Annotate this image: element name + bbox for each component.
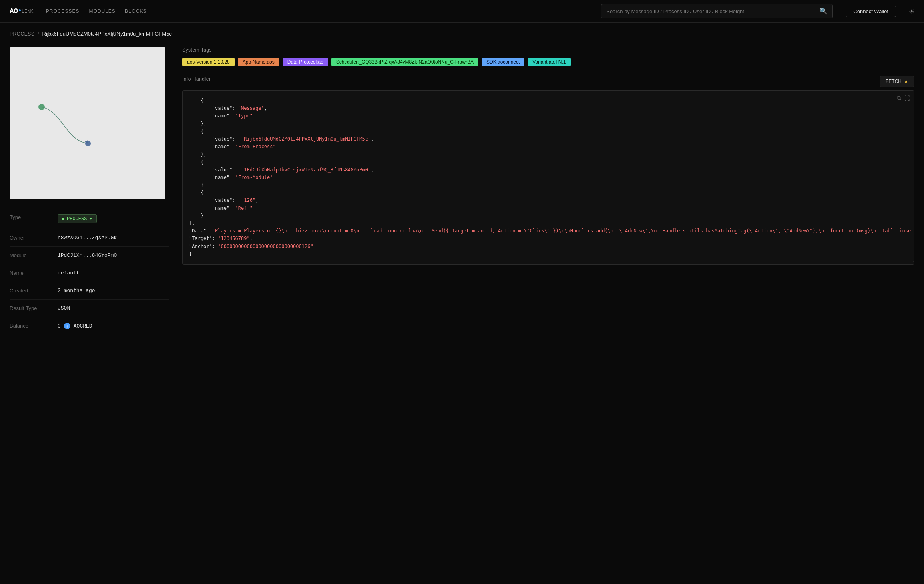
meta-label-module: Module bbox=[10, 252, 58, 258]
logo-dot bbox=[19, 9, 21, 11]
logo-ao-text: AO bbox=[10, 7, 18, 15]
logo-link-text: LINK bbox=[22, 8, 33, 14]
meta-value-owner: h8WzXOG1...ZgXzPDGk bbox=[58, 235, 117, 241]
balance-row: 0 ◎ AOCRED bbox=[58, 323, 92, 329]
info-handler-section: Info Handler FETCH ★ ⧉ ⛶ { "value": "Mes… bbox=[182, 76, 914, 265]
meta-row-module: Module 1PdCJiXh...84GYoPm0 bbox=[10, 247, 169, 264]
meta-row-name: Name default bbox=[10, 264, 169, 282]
process-type-badge[interactable]: PROCESS ▾ bbox=[58, 214, 97, 223]
meta-value-balance: 0 ◎ AOCRED bbox=[58, 323, 92, 329]
nav-item-modules[interactable]: MODULES bbox=[89, 8, 116, 14]
balance-currency: AOCRED bbox=[74, 323, 92, 329]
right-panel: System Tags aos-Version:1.10.28 App-Name… bbox=[182, 47, 914, 335]
system-tags-title: System Tags bbox=[182, 47, 914, 53]
meta-value-result-type: JSON bbox=[58, 305, 70, 311]
theme-toggle-button[interactable]: ☀ bbox=[909, 8, 914, 15]
tags-container: aos-Version:1.10.28 App-Name:aos Data-Pr… bbox=[182, 58, 914, 66]
tag-1: App-Name:aos bbox=[238, 58, 279, 66]
header: AO LINK PROCESSES MODULES BLOCKS 🔍 Conne… bbox=[0, 0, 924, 23]
meta-value-module: 1PdCJiXh...84GYoPm0 bbox=[58, 252, 117, 258]
tag-3: Scheduler:_GQ33BkPtZrqxA84vM8Zk-N2aO0toN… bbox=[331, 58, 478, 66]
meta-label-type: Type bbox=[10, 214, 58, 220]
badge-arrow: ▾ bbox=[89, 216, 92, 222]
left-panel: Type PROCESS ▾ Owner h8WzXOG1...ZgXzPDGk… bbox=[10, 47, 169, 335]
search-icon[interactable]: 🔍 bbox=[820, 7, 828, 15]
system-tags-section: System Tags aos-Version:1.10.28 App-Name… bbox=[182, 47, 914, 66]
tag-0: aos-Version:1.10.28 bbox=[182, 58, 235, 66]
main-nav: PROCESSES MODULES BLOCKS bbox=[46, 8, 147, 14]
breadcrumb-separator: / bbox=[38, 31, 39, 37]
tag-2: Data-Protocol:ao bbox=[283, 58, 328, 66]
nav-item-blocks[interactable]: BLOCKS bbox=[125, 8, 147, 14]
fetch-star: ★ bbox=[904, 79, 908, 84]
connect-wallet-button[interactable]: Connect Wallet bbox=[846, 6, 896, 17]
meta-row-owner: Owner h8WzXOG1...ZgXzPDGk bbox=[10, 229, 169, 247]
aocred-icon: ◎ bbox=[64, 323, 70, 329]
tag-5: Variant:ao.TN.1 bbox=[528, 58, 570, 66]
tag-4: SDK:aoconnect bbox=[482, 58, 524, 66]
breadcrumb-process-link[interactable]: PROCESS bbox=[10, 31, 34, 37]
code-actions: ⧉ ⛶ bbox=[897, 95, 910, 101]
copy-button[interactable]: ⧉ bbox=[897, 95, 901, 101]
badge-label: PROCESS bbox=[67, 216, 87, 222]
meta-label-balance: Balance bbox=[10, 323, 58, 329]
resize-handle[interactable]: ⌟ bbox=[908, 259, 914, 264]
svg-rect-0 bbox=[10, 47, 165, 199]
breadcrumb-process-id: Rijbx6FduUMdCZM0tJ4PPxXljUNy1m0u_kmMIFGF… bbox=[42, 31, 172, 37]
fetch-button[interactable]: FETCH ★ bbox=[880, 76, 914, 87]
search-input[interactable] bbox=[606, 8, 820, 14]
svg-point-3 bbox=[85, 141, 91, 146]
code-content: { "value": "Message", "name": "Type" }, … bbox=[189, 97, 908, 258]
meta-row-result-type: Result Type JSON bbox=[10, 300, 169, 317]
fetch-label: FETCH bbox=[886, 79, 902, 84]
balance-amount: 0 bbox=[58, 323, 61, 329]
code-block[interactable]: ⧉ ⛶ { "value": "Message", "name": "Type"… bbox=[182, 90, 914, 265]
meta-value-created: 2 months ago bbox=[58, 288, 95, 294]
meta-label-result-type: Result Type bbox=[10, 305, 58, 311]
nav-item-processes[interactable]: PROCESSES bbox=[46, 8, 80, 14]
badge-dot bbox=[62, 218, 64, 220]
meta-value-type: PROCESS ▾ bbox=[58, 214, 97, 223]
meta-value-name: default bbox=[58, 270, 80, 276]
expand-button[interactable]: ⛶ bbox=[904, 95, 910, 101]
main-content: Type PROCESS ▾ Owner h8WzXOG1...ZgXzPDGk… bbox=[0, 41, 924, 342]
process-graph bbox=[10, 47, 165, 199]
info-handler-header: Info Handler FETCH ★ bbox=[182, 76, 914, 87]
meta-label-created: Created bbox=[10, 288, 58, 294]
meta-label-owner: Owner bbox=[10, 235, 58, 241]
svg-point-2 bbox=[38, 104, 45, 110]
meta-row-balance: Balance 0 ◎ AOCRED bbox=[10, 317, 169, 335]
search-bar[interactable]: 🔍 bbox=[601, 4, 833, 18]
graph-container[interactable] bbox=[10, 47, 165, 199]
info-handler-title: Info Handler bbox=[182, 76, 211, 82]
meta-row-type: Type PROCESS ▾ bbox=[10, 209, 169, 229]
breadcrumb: PROCESS / Rijbx6FduUMdCZM0tJ4PPxXljUNy1m… bbox=[0, 23, 924, 41]
logo: AO LINK bbox=[10, 7, 33, 15]
meta-row-created: Created 2 months ago bbox=[10, 282, 169, 300]
meta-label-name: Name bbox=[10, 270, 58, 276]
metadata-table: Type PROCESS ▾ Owner h8WzXOG1...ZgXzPDGk… bbox=[10, 209, 169, 335]
